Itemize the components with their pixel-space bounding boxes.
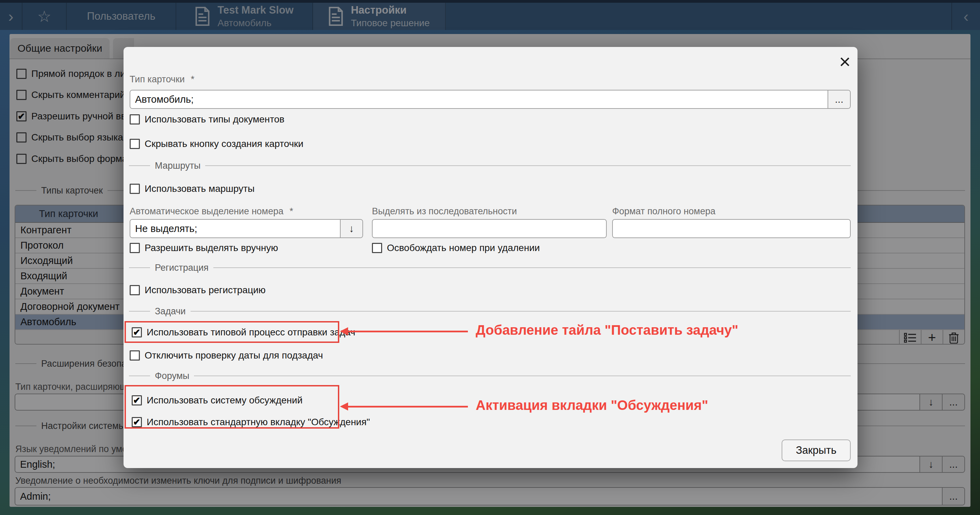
checkbox-label: Использовать маршруты xyxy=(145,183,255,194)
section-routes: Маршруты xyxy=(129,161,851,171)
checkbox-allow-manual-number[interactable]: Разрешить выделять вручную xyxy=(130,242,278,254)
auto-number-field: Не выделять; ↓ xyxy=(130,219,363,238)
checkbox-label: Использовать регистрацию xyxy=(145,285,266,296)
checkbox-box xyxy=(130,184,140,194)
section-label: Форумы xyxy=(155,371,189,381)
annotation-text: Активация вкладки "Обсуждения" xyxy=(476,397,708,413)
sequence-field xyxy=(372,219,607,238)
required-asterisk: * xyxy=(290,206,293,216)
annotation-text: Добавление тайла "Поставить задачу" xyxy=(476,323,738,338)
card-type-field: Автомобиль; ... xyxy=(130,90,851,109)
auto-number-value: Не выделять; xyxy=(135,223,197,234)
checkbox-box xyxy=(130,114,140,124)
card-type-label: Тип карточки* xyxy=(130,74,194,85)
checkbox-box xyxy=(130,243,140,253)
ellipsis-button[interactable]: ... xyxy=(827,91,850,108)
annotation-arrow-line xyxy=(347,331,468,332)
card-type-value: Автомобиль; xyxy=(135,94,194,105)
close-icon: × xyxy=(839,50,851,73)
checkbox-release-number[interactable]: Освобождать номер при удалении xyxy=(372,242,540,254)
auto-number-input[interactable]: Не выделять; xyxy=(130,220,340,237)
arrow-left-icon xyxy=(340,402,348,410)
section-forums: Форумы xyxy=(129,371,851,381)
sequence-label: Выделять из последовательности xyxy=(372,206,517,217)
full-number-label: Формат полного номера xyxy=(612,206,715,217)
full-number-input[interactable] xyxy=(613,220,850,237)
close-dialog-button[interactable]: × xyxy=(835,52,854,71)
app-window: › ☆ Пользователь Test Mark Slow Автомоби… xyxy=(0,0,980,515)
arrow-left-icon xyxy=(340,327,348,335)
annotation-arrow-line xyxy=(347,406,468,407)
checkbox-disable-subtask-date-check[interactable]: Отключить проверку даты для подзадач xyxy=(130,350,323,361)
dropdown-button[interactable]: ↓ xyxy=(340,220,363,237)
checkbox-hide-create-button[interactable]: Скрывать кнопку создания карточки xyxy=(130,138,304,150)
section-registration: Регистрация xyxy=(129,262,851,273)
card-type-input[interactable]: Автомобиль; xyxy=(130,91,827,108)
checkbox-use-document-types[interactable]: Использовать типы документов xyxy=(130,114,285,125)
checkbox-box xyxy=(372,243,382,253)
checkbox-box xyxy=(130,139,140,149)
arrow-down-icon: ↓ xyxy=(349,223,354,234)
auto-number-label: Автоматическое выделение номера* xyxy=(130,206,293,217)
checkbox-label: Отключить проверку даты для подзадач xyxy=(145,350,323,361)
section-label: Задачи xyxy=(155,306,186,317)
section-tasks: Задачи xyxy=(129,306,851,316)
full-number-field xyxy=(612,219,851,238)
section-label: Регистрация xyxy=(155,262,208,273)
checkbox-box xyxy=(130,285,140,295)
checkbox-label: Разрешить выделять вручную xyxy=(145,243,278,253)
checkbox-use-routes[interactable]: Использовать маршруты xyxy=(130,183,255,195)
annotation-highlight-box-forums xyxy=(124,385,339,429)
checkbox-label: Использовать типы документов xyxy=(145,114,285,125)
checkbox-use-registration[interactable]: Использовать регистрацию xyxy=(130,285,266,296)
sequence-input[interactable] xyxy=(372,220,606,237)
checkbox-label: Освобождать номер при удалении xyxy=(387,243,540,253)
checkbox-label: Скрывать кнопку создания карточки xyxy=(145,138,304,149)
close-button-label: Закрыть xyxy=(796,444,837,456)
section-label: Маршруты xyxy=(155,161,200,171)
checkbox-box xyxy=(130,350,140,361)
required-asterisk: * xyxy=(191,74,195,84)
annotation-highlight-box-tasks xyxy=(124,321,339,343)
ellipsis-icon: ... xyxy=(835,94,843,105)
close-button[interactable]: Закрыть xyxy=(782,439,851,461)
